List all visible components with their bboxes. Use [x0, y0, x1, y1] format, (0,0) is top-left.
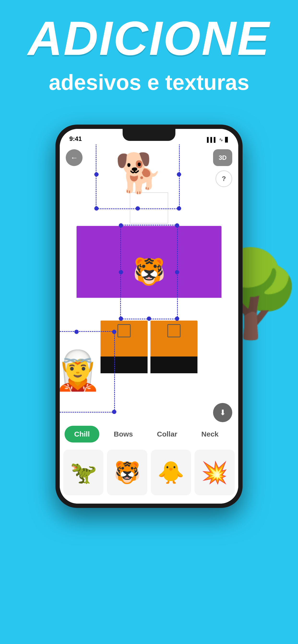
- shirt-dot-bm[interactable]: [147, 316, 151, 321]
- subtitle: adesivos e texturas: [0, 70, 298, 95]
- 3d-label: 3D: [219, 154, 226, 162]
- wifi-icon: ∿: [219, 137, 223, 142]
- phone-frame: 9:41 ▌▌▌ ∿ ▊ ← 3D: [55, 124, 243, 508]
- status-time: 9:41: [69, 135, 82, 142]
- tiger-icon: 🐯: [114, 460, 140, 485]
- pants-left-pocket: [117, 324, 131, 337]
- explosion-icon: 💥: [201, 460, 228, 485]
- tab-bows[interactable]: Bows: [104, 426, 142, 442]
- sticker-cell-explosion[interactable]: 💥: [195, 450, 235, 495]
- category-tabs: Chill Bows Collar Neck: [60, 426, 238, 442]
- phone-mockup: 9:41 ▌▌▌ ∿ ▊ ← 3D: [55, 124, 243, 508]
- tab-chill-label: Chill: [74, 430, 90, 438]
- shirt-right-bottom: [175, 298, 221, 317]
- main-title: ADICIONE: [0, 14, 298, 62]
- tab-neck-label: Neck: [201, 430, 219, 438]
- tab-collar[interactable]: Collar: [147, 426, 187, 442]
- shirt-dot-br[interactable]: [175, 316, 179, 321]
- sticker-shiba[interactable]: 🐕: [98, 144, 180, 209]
- 3d-button[interactable]: 3D: [213, 149, 232, 166]
- status-icons: ▌▌▌ ∿ ▊: [207, 137, 229, 142]
- download-button[interactable]: ⬇: [213, 403, 232, 422]
- sticker-cell-duck[interactable]: 🐥: [151, 450, 191, 495]
- tab-collar-label: Collar: [157, 430, 177, 438]
- back-button[interactable]: ←: [66, 149, 83, 166]
- shiba-emoji: 🐕: [98, 144, 180, 209]
- notch: [123, 129, 175, 141]
- dinosaur-icon: 🦖: [70, 460, 97, 485]
- app-content: ← 3D ?: [60, 144, 238, 504]
- anime-dot-br[interactable]: [112, 410, 116, 414]
- shirt-left-panel: [77, 226, 123, 317]
- shirt-dot-bl[interactable]: [119, 316, 123, 321]
- clothing-area: 🐯: [77, 192, 221, 348]
- sticker-anime-girl[interactable]: 🧝: [60, 331, 115, 410]
- tab-neck[interactable]: Neck: [192, 426, 228, 442]
- pants-right-panel: [151, 320, 198, 373]
- pants-panels: [100, 320, 198, 373]
- shirt-panels: 🐯: [77, 226, 221, 317]
- duck-icon: 🐥: [158, 460, 184, 485]
- shirt-center-bottom: [123, 298, 175, 317]
- help-button[interactable]: ?: [215, 170, 232, 187]
- download-icon: ⬇: [220, 408, 226, 417]
- back-arrow-icon: ←: [70, 153, 78, 162]
- sticker-cell-dinosaur[interactable]: 🦖: [63, 450, 103, 495]
- header-section: ADICIONE adesivos e texturas: [0, 14, 298, 95]
- help-icon: ?: [222, 175, 226, 182]
- phone-screen: 9:41 ▌▌▌ ∿ ▊ ← 3D: [60, 129, 238, 504]
- shirt-center-panel[interactable]: 🐯: [123, 226, 175, 317]
- tiger-sticker-on-shirt: 🐯: [133, 258, 166, 284]
- shirt-right-panel: [175, 226, 221, 317]
- pants-right-bottom: [151, 356, 198, 373]
- anime-emoji: 🧝: [60, 331, 115, 410]
- battery-icon: ▊: [225, 137, 229, 142]
- tab-chill[interactable]: Chill: [65, 426, 99, 442]
- sticker-cell-tiger[interactable]: 🐯: [107, 450, 147, 495]
- tab-bows-label: Bows: [114, 430, 133, 438]
- sticker-grid: 🦖 🐯 🐥 💥: [60, 446, 238, 499]
- signal-icon: ▌▌▌: [207, 137, 217, 142]
- pants-right-pocket: [168, 324, 181, 337]
